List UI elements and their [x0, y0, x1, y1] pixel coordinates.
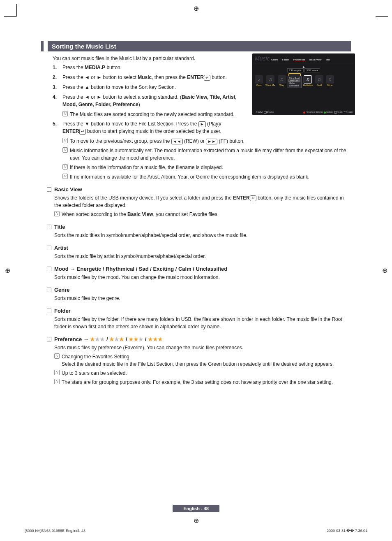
- registration-mark-icon: ⊕: [192, 4, 200, 12]
- subsection-genre: Genre Sorts music files by the genre.: [47, 287, 351, 302]
- step-2: 2. Press the ◄ or ► button to select Mus…: [53, 74, 351, 81]
- subsection-title: Title Sorts the music titles in symbol/n…: [47, 224, 351, 239]
- square-bullet-icon: [47, 246, 51, 250]
- step-5-note-2: N Music information is automatically set…: [62, 147, 351, 162]
- crop-mark: [4, 16, 16, 17]
- subsection-folder: Folder Sorts music files by the folder. …: [47, 308, 351, 330]
- note-icon: N: [62, 147, 68, 153]
- ui-tab: Genre: [271, 58, 278, 61]
- registration-mark-icon: ⊕: [192, 516, 200, 525]
- enter-icon: ↵: [79, 129, 86, 135]
- subsection-artist: Artist Sorts the music file by artist in…: [47, 245, 351, 260]
- subsection-basic-view: Basic View Shows the folders of the USB …: [47, 186, 351, 218]
- step-5: 5. Press the ▼ button to move to the Fil…: [53, 120, 351, 135]
- doc-filename: [8000-NA]BN68-01988E-Eng.indb 48: [25, 529, 85, 533]
- ui-tab: Folder: [282, 58, 289, 61]
- rew-icon: ◄◄: [171, 139, 183, 144]
- square-bullet-icon: [47, 309, 51, 313]
- crop-mark: [376, 16, 388, 17]
- star-group-icon: ★★★: [148, 336, 163, 342]
- step-5-note-1: N To move to the previous/next group, pr…: [62, 137, 351, 145]
- section-title: Sorting the Music List: [48, 41, 351, 51]
- page-content: Sorting the Music List Music Genre Folde…: [41, 41, 351, 512]
- page-number-badge: English - 48: [173, 505, 219, 512]
- section-heading: Sorting the Music List: [41, 41, 351, 51]
- star-group-icon: ★★★: [129, 336, 143, 342]
- divider: [255, 63, 353, 63]
- ui-tab-selected: Preference: [293, 58, 305, 61]
- note-icon: N: [62, 164, 68, 169]
- star-group-icon: ★★★: [109, 336, 124, 342]
- star-group-icon: ★★★: [90, 336, 105, 342]
- square-bullet-icon: [47, 267, 51, 271]
- square-bullet-icon: [47, 337, 51, 341]
- step-4-note: N The Music files are sorted according t…: [62, 111, 351, 118]
- square-bullet-icon: [47, 288, 51, 292]
- ff-icon: ►►: [206, 139, 217, 144]
- doc-timestamp: 2009-03-31 �� 7:36:01: [327, 529, 367, 533]
- step-1: 1. Press the MEDIA.P button.: [53, 64, 351, 71]
- note-icon: N: [54, 211, 60, 216]
- square-bullet-icon: [47, 187, 51, 192]
- subsection-mood: Mood → Energetic / Rhythmical / Sad / Ex…: [47, 266, 351, 281]
- note-icon: N: [54, 379, 60, 384]
- note-icon: N: [54, 353, 60, 359]
- enter-icon: ↵: [204, 75, 210, 81]
- step-4: 4. Press the ◄ or ► button to select a s…: [53, 93, 246, 108]
- heading-accent: [41, 41, 44, 51]
- print-metadata: [8000-NA]BN68-01988E-Eng.indb 48 2009-03…: [25, 529, 367, 533]
- square-bullet-icon: [47, 225, 51, 229]
- crop-mark: [16, 4, 17, 16]
- ui-tab: Basic View: [309, 58, 321, 61]
- ui-tab: Title: [325, 58, 330, 61]
- play-icon: ►: [198, 121, 206, 127]
- enter-icon: ↵: [250, 195, 256, 201]
- registration-mark-icon: ⊕: [3, 267, 12, 275]
- steps-list-cont: 5. Press the ▼ button to move to the Fil…: [53, 120, 351, 135]
- registration-mark-icon: ⊕: [380, 267, 389, 275]
- page-footer: English - 48: [41, 505, 351, 512]
- note-icon: N: [54, 370, 60, 375]
- note-icon: N: [62, 111, 68, 116]
- step-5-note-3: N If there is no title information for a…: [62, 164, 351, 171]
- step-3: 3. Press the ▲ button to move to the Sor…: [53, 84, 351, 91]
- note-icon: N: [62, 174, 68, 179]
- step-5-note-4: N If no information is available for the…: [62, 173, 351, 181]
- note-icon: N: [62, 138, 68, 143]
- subsection-preference: Preference → ★★★ / ★★★ / ★★★ / ★★★ Sorts…: [47, 336, 351, 386]
